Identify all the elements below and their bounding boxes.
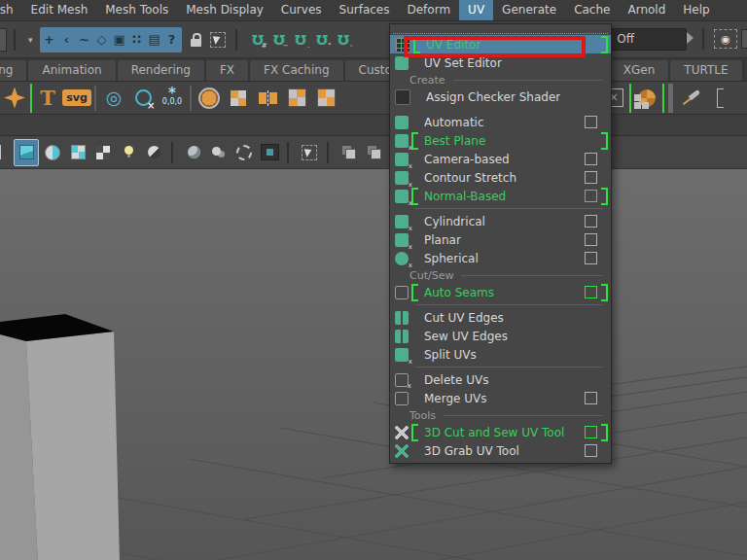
menubar-item-generate[interactable]: Generate [493,0,565,20]
snap-to-curve-point-icon[interactable]: ~ [76,28,93,52]
option-box[interactable] [585,392,597,404]
menubar-item-curves[interactable]: Curves [272,0,331,20]
option-box[interactable] [585,171,597,184]
menu-item-split-uvs[interactable]: Split UVs [390,345,611,364]
visibility-toggle-button[interactable]: ◉ [714,29,737,49]
fill-hole-button[interactable] [282,84,311,113]
menu-item-merge-uvs[interactable]: Merge UVs [390,389,611,407]
freeze-transform-button[interactable]: *0,0,0 [158,84,187,113]
menubar-item-uv[interactable]: UV [459,0,493,20]
depth-of-field-button[interactable] [207,140,231,165]
help-icon[interactable]: ? [163,28,181,52]
edge-partial-button[interactable] [705,84,734,113]
menubar-item-help[interactable]: Help [674,0,718,20]
menu-item-auto-seams[interactable]: Auto Seams [390,283,611,301]
snap-magnet-grid-icon[interactable]: Ω# [247,28,268,52]
shadows-button[interactable] [142,140,165,165]
option-box[interactable] [585,215,597,228]
snap-magnet-plane-icon[interactable]: Ω- [333,28,354,52]
shelf-tab-animation[interactable]: Animation [28,60,117,81]
shelf-tab-fx-caching[interactable]: FX Caching [250,60,344,81]
collapse-arrow-icon[interactable] [687,32,694,44]
delete-history-button[interactable] [128,84,158,113]
viewport-3d[interactable] [0,169,747,560]
menubar-item-arnold[interactable]: Arnold [619,0,674,20]
shelf-tab-rigging[interactable]: Rigging [0,60,28,81]
xray-joints-button[interactable] [363,140,386,165]
shelf-tab-turtle[interactable]: TURTLE [670,60,743,81]
toolbar-drag-handle[interactable] [235,29,240,51]
wireframe-on-shaded-button[interactable] [41,140,64,165]
menu-tearoff-handle[interactable] [393,24,608,34]
menubar-item-deform[interactable]: Deform [398,0,459,20]
menubar-item-mesh[interactable]: Mesh [0,0,22,20]
snap-to-grid-icon[interactable]: ◇ [93,28,111,52]
reduce-button[interactable] [311,84,340,113]
menu-item-automatic[interactable]: Automatic [390,113,611,131]
menu-item-3d-grab-uv-tool[interactable]: 3D Grab UV Tool [390,441,611,460]
separate-button[interactable] [224,84,253,113]
menu-item-delete-uvs[interactable]: Delete UVs [390,370,611,389]
option-box[interactable] [585,116,597,128]
use-default-material-button[interactable] [91,140,115,165]
viewport-settings-button[interactable] [258,140,281,165]
sculpt-tool-button[interactable] [0,84,29,113]
poly-cube-mesh[interactable] [0,314,120,560]
menu-item-spherical[interactable]: Spherical [390,249,611,267]
motion-blur-button[interactable] [232,140,256,165]
option-box[interactable] [585,190,597,202]
option-box[interactable] [585,153,597,165]
menu-item-cut-uv-edges[interactable]: Cut UV Edges [390,308,611,327]
lighting-button[interactable] [117,140,140,165]
checker-material-button[interactable] [632,84,661,113]
ambient-occlusion-button[interactable] [182,140,205,165]
snap-magnet-point-icon[interactable]: Ω. [290,28,311,52]
menu-item-sew-uv-edges[interactable]: Sew UV Edges [390,327,611,345]
option-box[interactable] [585,233,597,246]
move-snap-icon[interactable]: + [41,28,58,52]
snap-magnet-curve-icon[interactable]: Ω~ [268,28,290,52]
shelf-tab-fx[interactable]: FX [206,60,250,81]
menubar-item-mesh-tools[interactable]: Mesh Tools [96,0,177,20]
toolbar-drag-handle[interactable] [702,28,704,50]
menu-item-contour-stretch[interactable]: Contour Stretch [390,168,611,187]
textured-mode-button[interactable] [66,140,89,165]
option-box[interactable] [585,426,597,438]
option-box[interactable] [585,252,597,264]
make-live-icon[interactable]: ▤ [146,28,163,52]
xray-button[interactable] [338,140,361,165]
menu-item-planar[interactable]: Planar [390,230,611,249]
isolate-select-button[interactable] [298,140,321,165]
option-box[interactable] [585,444,597,457]
menubar-item-cache[interactable]: Cache [565,0,619,20]
menubar-item-surfaces[interactable]: Surfaces [331,0,399,20]
wireframe-partial-icon[interactable] [0,140,12,165]
shelf-tab-xgen[interactable]: XGen [610,60,671,81]
shelf-tab-rendering[interactable]: Rendering [118,60,206,81]
shaded-mode-button[interactable] [14,139,39,166]
quad-draw-button[interactable] [676,84,705,113]
menu-item-best-plane[interactable]: Best Plane [390,131,611,150]
menu-item-camera-based[interactable]: Camera-based [390,150,611,168]
lock-button[interactable] [186,28,207,52]
type-tool-button[interactable]: T [33,84,62,113]
menu-item-normal-based[interactable]: Normal-Based [390,187,611,205]
menubar-item-edit-mesh[interactable]: Edit Mesh [22,0,97,20]
menu-item-assign-checker-shader[interactable]: Assign Checker Shader [390,88,611,106]
svg-tool-button[interactable]: svg [62,84,91,113]
snap-to-view-plane-icon[interactable]: ▣ [111,28,128,52]
menu-item-3d-cut-and-sew-uv-tool[interactable]: 3D Cut and Sew UV Tool [390,423,611,441]
menubar-item-mesh-display[interactable]: Mesh Display [177,0,272,20]
mirror-button[interactable] [253,84,282,113]
combine-button[interactable] [195,84,224,113]
menu-item-cylindrical[interactable]: Cylindrical [390,212,611,230]
dropdown-arrow-icon[interactable]: ▾ [28,35,33,45]
construction-plane-button[interactable]: ◎ [99,84,128,113]
option-box[interactable] [585,286,597,298]
toolbar-drag-handle[interactable] [14,29,18,51]
menu-item-label: Automatic [424,116,484,129]
selection-mode-button[interactable] [207,28,229,52]
snap-to-points-icon[interactable]: ∷ [128,28,146,52]
snap-to-curves-icon[interactable]: ‹ [58,28,76,52]
snap-magnet-projected-icon[interactable]: Ω° [311,28,333,52]
